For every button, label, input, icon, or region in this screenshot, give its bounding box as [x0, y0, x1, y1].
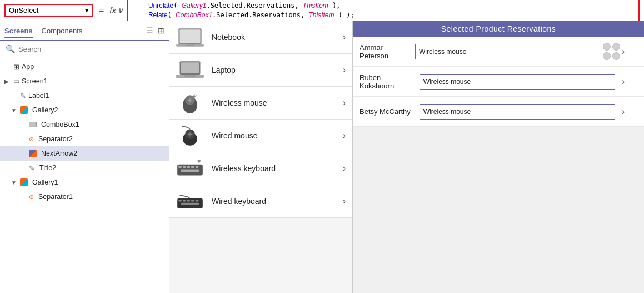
title2-icon: ✎ [29, 164, 35, 172]
screen1-chevron: ▶ [4, 78, 11, 85]
controls-stack-1 [603, 43, 620, 60]
gallery-list: Notebook › Laptop › Wireless mouse › [169, 21, 352, 293]
formula-selector[interactable]: OnSelect ▾ [4, 4, 93, 17]
svg-rect-5 [181, 62, 199, 73]
search-input[interactable] [18, 45, 163, 53]
screen1-label: Screen1 [22, 77, 48, 85]
label1-label: Label1 [28, 92, 49, 100]
tree-item-label1[interactable]: ✎ Label1 [0, 88, 169, 103]
svg-rect-1 [180, 29, 201, 43]
svg-rect-30 [196, 200, 198, 201]
main-area: Screens Components ☰ ⊞ 🔍 ⊞ App ▶ ▭ Scree… [0, 21, 644, 293]
gallery2-icon [20, 106, 28, 114]
nextarrow2-icon [29, 150, 37, 157]
notebook-chevron: › [343, 32, 346, 42]
wiredmouse-chevron: › [343, 131, 346, 141]
wkeyboard-label: Wireless keyboard [212, 164, 335, 173]
svg-rect-21 [191, 166, 194, 168]
tab-components[interactable]: Components [42, 24, 83, 37]
list-item[interactable]: Laptop › [169, 54, 352, 87]
combobox1-icon [29, 122, 37, 127]
product-select-1[interactable]: Wireless mouse Wired mouse Notebook Lapt… [415, 44, 596, 59]
list-item[interactable]: Wired keyboard › [169, 185, 352, 218]
notebook-label: Notebook [212, 33, 335, 42]
control-circle[interactable] [603, 52, 611, 60]
separator1-label: Separator1 [38, 193, 73, 201]
row-nav-arrow-2[interactable]: › [622, 74, 637, 90]
control-circle[interactable] [612, 43, 620, 51]
gallery2-label: Gallery2 [32, 106, 58, 114]
tree-item-gallery1[interactable]: ▼ Gallery1 [0, 175, 169, 190]
tree-area: ⊞ App ▶ ▭ Screen1 ✎ Label1 ▼ Gallery2 [0, 57, 169, 293]
gallery2-chevron: ▼ [11, 107, 18, 113]
search-icon: 🔍 [6, 44, 15, 53]
tree-item-app[interactable]: ⊞ App [0, 59, 169, 74]
formula-fx-button[interactable]: fx ∨ [109, 6, 123, 16]
laptop-image [176, 59, 204, 81]
person-name: Betsy McCarthy [360, 107, 413, 116]
tab-screens[interactable]: Screens [4, 24, 33, 38]
list-icon[interactable]: ☰ [146, 26, 153, 35]
wkeyboard-image [176, 158, 204, 179]
tree-item-combobox1[interactable]: ComboBox1 [0, 117, 169, 132]
svg-rect-31 [181, 202, 199, 204]
tree-item-separator1[interactable]: ⊘ Separator1 [0, 190, 169, 204]
app-label: App [22, 63, 34, 71]
tree-item-title2[interactable]: ✎ Title2 [0, 161, 169, 175]
product-select-2[interactable]: Wireless mouse Wired mouse Notebook Lapt… [420, 74, 615, 90]
tree-item-nextarrow2[interactable]: NextArrow2 [0, 146, 169, 161]
tree-item-screen1[interactable]: ▶ ▭ Screen1 [0, 74, 169, 88]
laptop-label: Laptop [212, 66, 335, 75]
svg-rect-19 [183, 166, 186, 168]
person-name: Ruben Kokshoorn [360, 73, 413, 90]
wmouse-label: Wireless mouse [212, 98, 335, 107]
tab-icons: ☰ ⊞ [146, 26, 164, 35]
svg-rect-3 [186, 44, 194, 46]
list-item[interactable]: Wireless keyboard › [169, 152, 352, 185]
wiredmouse-image [176, 125, 204, 146]
formula-equals: = [97, 6, 106, 16]
svg-rect-26 [178, 200, 181, 201]
title2-label: Title2 [39, 164, 56, 172]
grid-icon[interactable]: ⊞ [158, 26, 164, 35]
reservations-header: Selected Product Reservations [353, 21, 644, 37]
row-nav-arrow-3[interactable]: › [622, 104, 637, 120]
combobox1-label: ComboBox1 [41, 121, 79, 128]
svg-rect-22 [196, 166, 198, 168]
row-nav-arrow-1[interactable]: › [622, 44, 637, 59]
tree-item-separator2[interactable]: ⊘ Separator2 [0, 132, 169, 146]
nextarrow2-label: NextArrow2 [41, 150, 77, 157]
svg-point-12 [193, 95, 195, 97]
wkeyboard-chevron: › [343, 163, 346, 173]
list-item[interactable]: Wired mouse › [169, 120, 352, 152]
list-item[interactable]: Wireless mouse › [169, 87, 352, 120]
wiredkeyboard-image [176, 191, 204, 212]
control-circle[interactable] [612, 52, 620, 60]
formula-bar: OnSelect ▾ = fx ∨ If( IsBlank( ComboBox1… [0, 0, 644, 21]
wmouse-image [176, 92, 204, 113]
separator1-icon: ⊘ [29, 193, 34, 201]
app-icon: ⊞ [13, 63, 19, 71]
notebook-image [176, 27, 204, 48]
reservation-row: Ruben Kokshoorn Wireless mouse Wired mou… [353, 67, 644, 97]
svg-rect-23 [181, 169, 199, 171]
reservation-row: Betsy McCarthy Wireless mouse Wired mous… [353, 97, 644, 127]
right-panel: Selected Product Reservations Ammar Pete… [353, 21, 644, 293]
label1-icon: ✎ [20, 92, 26, 100]
svg-rect-20 [187, 166, 190, 168]
person-name: Ammar Peterson [360, 43, 408, 60]
tree-item-gallery2[interactable]: ▼ Gallery2 [0, 103, 169, 117]
product-select-3[interactable]: Wireless mouse Wired mouse Notebook Lapt… [420, 104, 615, 120]
wmouse-chevron: › [343, 98, 346, 108]
fx-chevron: ∨ [117, 6, 123, 16]
separator2-label: Separator2 [38, 135, 73, 143]
wiredmouse-label: Wired mouse [212, 131, 335, 140]
formula-selector-chevron: ▾ [85, 6, 89, 14]
screen-icon: ▭ [13, 77, 19, 85]
laptop-chevron: › [343, 65, 346, 75]
list-item[interactable]: Notebook › [169, 21, 352, 54]
fx-label: fx [109, 6, 116, 15]
control-circle[interactable] [603, 43, 611, 51]
center-panel: Notebook › Laptop › Wireless mouse › [169, 21, 353, 293]
gallery1-icon [20, 178, 28, 186]
